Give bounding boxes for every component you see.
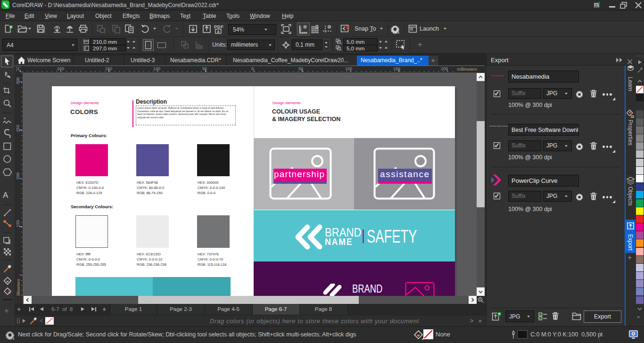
svg-text:x: x	[341, 42, 342, 45]
svg-text:y: y	[341, 49, 342, 51]
